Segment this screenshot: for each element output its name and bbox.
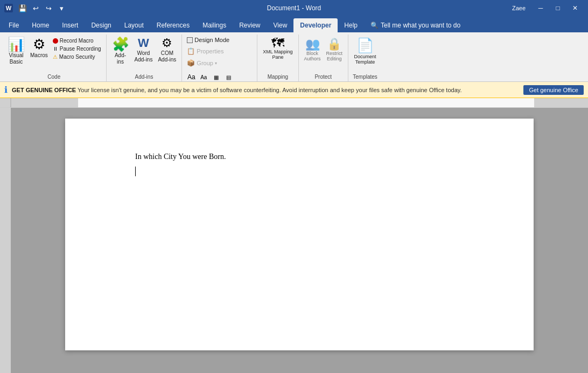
pause-icon: ⏸ [53, 46, 58, 52]
text-cursor [135, 167, 491, 176]
properties-row: 📋 Properties [185, 46, 225, 56]
customize-quick-access-button[interactable]: ▾ [56, 3, 67, 13]
app-window: W 💾 ↩ ↪ ▾ Document1 - Word Zaee ─ □ ✕ Fi… [0, 0, 588, 373]
document-title: Document1 - Word [267, 4, 321, 12]
ctrl-btn-3[interactable]: ▦ [210, 71, 222, 83]
record-icon [53, 38, 58, 44]
word-add-ins-button[interactable]: W Word Add-ins [132, 36, 155, 65]
block-authors-icon: 👥 [305, 37, 320, 51]
ctrl-btn-1[interactable]: Aa [185, 71, 197, 83]
svg-rect-2 [0, 108, 11, 373]
tab-help[interactable]: Help [338, 18, 364, 32]
record-macro-label: Record Macro [60, 38, 94, 44]
ruler-container [0, 98, 588, 108]
ctrl-btn-2[interactable]: Aa [198, 71, 209, 83]
notification-message: Your license isn't genuine, and you may … [76, 87, 461, 93]
design-mode-button[interactable]: Design Mode [185, 36, 231, 44]
tell-me-label: Tell me what you want to do [381, 22, 460, 29]
tab-references[interactable]: References [150, 18, 196, 32]
close-button[interactable]: ✕ [566, 0, 584, 16]
xml-mapping-icon: 🗺 [271, 37, 284, 50]
tab-developer[interactable]: Developer [293, 18, 338, 32]
pause-recording-button[interactable]: ⏸ Pause Recording [51, 45, 103, 53]
tab-mailings[interactable]: Mailings [196, 18, 233, 32]
restrict-editing-icon: 🔒 [327, 37, 341, 51]
notification-brand: GET GENUINE OFFICE [12, 87, 76, 93]
properties-label: Properties [197, 48, 223, 54]
vertical-ruler [0, 108, 11, 373]
code-group-label: Code [5, 73, 103, 81]
protect-group-content: 👥 Block Authors 🔒 Restrict Editing [302, 36, 345, 73]
redo-button[interactable]: ↪ [43, 3, 54, 13]
group-row: 📦 Group ▾ [185, 58, 219, 68]
xml-mapping-pane-button[interactable]: 🗺 XML Mapping Pane [261, 36, 295, 61]
record-macro-button[interactable]: Record Macro [51, 37, 103, 45]
macros-button[interactable]: ⚙ Macros [28, 36, 50, 60]
vertical-ruler-svg [0, 108, 11, 373]
word-icon: W [4, 4, 13, 12]
design-mode-label: Design Mode [194, 37, 229, 43]
ribbon-group-mapping: 🗺 XML Mapping Pane Mapping [257, 34, 298, 81]
code-group-content: 📊 Visual Basic ⚙ Macros Record Macro ⏸ [5, 36, 103, 73]
block-authors-button[interactable]: 👥 Block Authors [302, 36, 323, 64]
restore-button[interactable]: □ [549, 0, 566, 16]
group-button[interactable]: 📦 Group ▾ [185, 58, 219, 68]
ribbon-group-controls: Design Mode 📋 Properties 📦 Group ▾ [182, 34, 257, 81]
group-dropdown-icon: ▾ [215, 61, 217, 66]
templates-group-content: 📄 Document Template [352, 36, 379, 73]
macro-security-label: Macro Security [59, 54, 95, 60]
document-content[interactable]: In which City You were Born. [135, 151, 491, 176]
title-bar-left: W 💾 ↩ ↪ ▾ [4, 3, 67, 13]
notification-bar: ℹ GET GENUINE OFFICE Your license isn't … [0, 82, 588, 98]
save-button[interactable]: 💾 [17, 3, 28, 13]
com-add-ins-button[interactable]: ⚙ COM Add-ins [156, 36, 178, 65]
tab-layout[interactable]: Layout [118, 18, 150, 32]
mapping-group-label: Mapping [261, 73, 295, 81]
document-template-button[interactable]: 📄 Document Template [352, 36, 379, 66]
tab-insert[interactable]: Insert [55, 18, 85, 32]
doc-template-icon: 📄 [356, 37, 374, 54]
notification-icon: ℹ [4, 85, 8, 95]
group-label: Group [197, 60, 213, 66]
security-icon: ⚠ [53, 54, 58, 60]
quick-access-toolbar: 💾 ↩ ↪ ▾ [17, 3, 67, 13]
tab-review[interactable]: Review [233, 18, 267, 32]
title-bar-right: Zaee ─ □ ✕ [512, 0, 584, 16]
title-bar: W 💾 ↩ ↪ ▾ Document1 - Word Zaee ─ □ ✕ [0, 0, 588, 16]
ruler-main [11, 98, 588, 107]
macro-security-button[interactable]: ⚠ Macro Security [51, 53, 103, 61]
restrict-editing-button[interactable]: 🔒 Restrict Editing [324, 36, 345, 64]
design-checkbox [187, 37, 193, 43]
design-mode-row: Design Mode [185, 36, 231, 44]
doc-template-label: Document Template [354, 54, 376, 65]
ribbon-group-templates: 📄 Document Template Templates [348, 34, 382, 81]
visual-basic-button[interactable]: 📊 Visual Basic [5, 36, 27, 67]
block-authors-label: Block Authors [304, 51, 321, 62]
svg-rect-0 [11, 98, 588, 107]
document-page: In which City You were Born. [65, 119, 534, 350]
ruler-svg [11, 98, 588, 107]
document-scroll-area[interactable]: In which City You were Born. [11, 108, 588, 373]
minimize-button[interactable]: ─ [532, 0, 549, 16]
mapping-group-content: 🗺 XML Mapping Pane [261, 36, 295, 73]
tab-file[interactable]: File [2, 18, 25, 32]
add-ins-button[interactable]: 🧩 Add- ins [110, 36, 131, 67]
undo-button[interactable]: ↩ [30, 3, 41, 13]
macro-options-col: Record Macro ⏸ Pause Recording ⚠ Macro S… [51, 36, 103, 61]
protect-group-label: Protect [302, 73, 345, 81]
macros-icon: ⚙ [33, 37, 45, 51]
addins-group-content: 🧩 Add- ins W Word Add-ins ⚙ COM Add-ins [110, 36, 179, 73]
word-addins-label: Word Add-ins [135, 50, 153, 63]
user-name: Zaee [512, 5, 526, 11]
addins-icon: 🧩 [112, 37, 129, 51]
ctrl-btn-4[interactable]: ▤ [222, 71, 234, 83]
tab-view[interactable]: View [267, 18, 294, 32]
tell-me-search[interactable]: 🔍 Tell me what you want to do [364, 18, 467, 32]
templates-group-label: Templates [352, 73, 379, 81]
tab-design[interactable]: Design [85, 18, 117, 32]
tab-home[interactable]: Home [25, 18, 55, 32]
pause-recording-label: Pause Recording [60, 46, 101, 52]
properties-button[interactable]: 📋 Properties [185, 46, 225, 56]
search-icon: 🔍 [370, 22, 379, 29]
get-genuine-office-button[interactable]: Get genuine Office [523, 85, 584, 95]
